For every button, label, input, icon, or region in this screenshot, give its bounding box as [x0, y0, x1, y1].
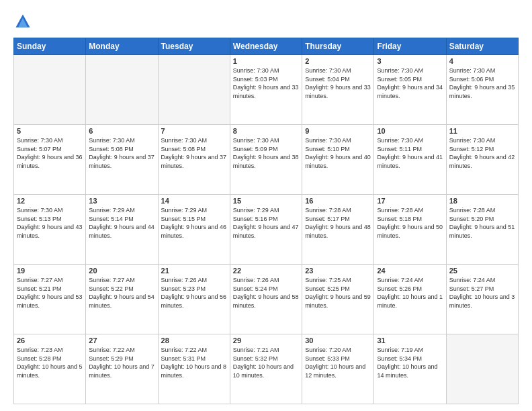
day-info: Sunrise: 7:26 AM Sunset: 5:24 PM Dayligh…	[233, 276, 299, 310]
day-info: Sunrise: 7:30 AM Sunset: 5:07 PM Dayligh…	[17, 136, 83, 170]
day-number: 20	[89, 267, 154, 275]
calendar-cell: 24Sunrise: 7:24 AM Sunset: 5:26 PM Dayli…	[374, 265, 446, 334]
calendar-cell: 11Sunrise: 7:30 AM Sunset: 5:12 PM Dayli…	[446, 125, 518, 195]
day-number: 15	[233, 197, 299, 205]
calendar-cell: 15Sunrise: 7:29 AM Sunset: 5:16 PM Dayli…	[230, 195, 302, 265]
calendar-cell: 3Sunrise: 7:30 AM Sunset: 5:05 PM Daylig…	[374, 55, 446, 125]
day-info: Sunrise: 7:30 AM Sunset: 5:08 PM Dayligh…	[89, 136, 154, 170]
day-info: Sunrise: 7:30 AM Sunset: 5:12 PM Dayligh…	[449, 136, 515, 170]
calendar-cell: 4Sunrise: 7:30 AM Sunset: 5:06 PM Daylig…	[446, 55, 518, 125]
day-number: 10	[377, 127, 443, 135]
day-info: Sunrise: 7:29 AM Sunset: 5:15 PM Dayligh…	[161, 206, 227, 240]
day-info: Sunrise: 7:24 AM Sunset: 5:27 PM Dayligh…	[449, 276, 515, 310]
day-number: 9	[305, 127, 371, 135]
day-number: 12	[17, 197, 83, 205]
day-info: Sunrise: 7:22 AM Sunset: 5:31 PM Dayligh…	[161, 346, 227, 379]
weekday-header: Thursday	[302, 38, 374, 55]
calendar-cell: 31Sunrise: 7:19 AM Sunset: 5:34 PM Dayli…	[374, 334, 446, 404]
day-number: 5	[17, 127, 83, 135]
day-number: 7	[161, 127, 227, 135]
day-info: Sunrise: 7:27 AM Sunset: 5:21 PM Dayligh…	[17, 276, 83, 310]
weekday-header: Friday	[374, 38, 446, 55]
calendar-cell: 21Sunrise: 7:26 AM Sunset: 5:23 PM Dayli…	[158, 265, 230, 334]
logo	[13, 12, 35, 31]
page: SundayMondayTuesdayWednesdayThursdayFrid…	[0, 0, 532, 411]
day-info: Sunrise: 7:23 AM Sunset: 5:28 PM Dayligh…	[17, 346, 83, 379]
calendar-cell: 2Sunrise: 7:30 AM Sunset: 5:04 PM Daylig…	[302, 55, 374, 125]
day-number: 17	[377, 197, 443, 205]
day-number: 4	[449, 57, 515, 65]
calendar-week-row: 19Sunrise: 7:27 AM Sunset: 5:21 PM Dayli…	[14, 265, 519, 334]
calendar-cell: 19Sunrise: 7:27 AM Sunset: 5:21 PM Dayli…	[14, 265, 86, 334]
calendar-table: SundayMondayTuesdayWednesdayThursdayFrid…	[13, 38, 519, 404]
header	[13, 12, 519, 31]
calendar-cell: 7Sunrise: 7:30 AM Sunset: 5:08 PM Daylig…	[158, 125, 230, 195]
day-number: 3	[377, 57, 443, 65]
calendar-week-row: 1Sunrise: 7:30 AM Sunset: 5:03 PM Daylig…	[14, 55, 519, 125]
day-info: Sunrise: 7:21 AM Sunset: 5:32 PM Dayligh…	[233, 346, 299, 379]
day-info: Sunrise: 7:19 AM Sunset: 5:34 PM Dayligh…	[377, 346, 443, 379]
day-number: 6	[89, 127, 154, 135]
calendar-cell: 26Sunrise: 7:23 AM Sunset: 5:28 PM Dayli…	[14, 334, 86, 404]
calendar-cell: 22Sunrise: 7:26 AM Sunset: 5:24 PM Dayli…	[230, 265, 302, 334]
day-number: 22	[233, 267, 299, 275]
day-info: Sunrise: 7:29 AM Sunset: 5:16 PM Dayligh…	[233, 206, 299, 240]
calendar-cell: 30Sunrise: 7:20 AM Sunset: 5:33 PM Dayli…	[302, 334, 374, 404]
day-number: 19	[17, 267, 83, 275]
day-number: 18	[449, 197, 515, 205]
day-info: Sunrise: 7:30 AM Sunset: 5:11 PM Dayligh…	[377, 136, 443, 170]
day-info: Sunrise: 7:30 AM Sunset: 5:09 PM Dayligh…	[233, 136, 299, 170]
day-info: Sunrise: 7:26 AM Sunset: 5:23 PM Dayligh…	[161, 276, 227, 310]
calendar-cell	[86, 55, 158, 125]
calendar-cell: 18Sunrise: 7:28 AM Sunset: 5:20 PM Dayli…	[446, 195, 518, 265]
day-info: Sunrise: 7:30 AM Sunset: 5:04 PM Dayligh…	[305, 66, 371, 100]
calendar-cell: 23Sunrise: 7:25 AM Sunset: 5:25 PM Dayli…	[302, 265, 374, 334]
day-info: Sunrise: 7:27 AM Sunset: 5:22 PM Dayligh…	[89, 276, 154, 310]
day-number: 25	[449, 267, 515, 275]
day-info: Sunrise: 7:30 AM Sunset: 5:13 PM Dayligh…	[17, 206, 83, 240]
day-info: Sunrise: 7:22 AM Sunset: 5:29 PM Dayligh…	[89, 346, 154, 379]
calendar-cell: 20Sunrise: 7:27 AM Sunset: 5:22 PM Dayli…	[86, 265, 158, 334]
day-number: 26	[17, 336, 83, 345]
day-info: Sunrise: 7:28 AM Sunset: 5:18 PM Dayligh…	[377, 206, 443, 240]
day-info: Sunrise: 7:29 AM Sunset: 5:14 PM Dayligh…	[89, 206, 154, 240]
calendar-week-row: 26Sunrise: 7:23 AM Sunset: 5:28 PM Dayli…	[14, 334, 519, 404]
calendar-cell: 13Sunrise: 7:29 AM Sunset: 5:14 PM Dayli…	[86, 195, 158, 265]
day-number: 24	[377, 267, 443, 275]
calendar-cell: 14Sunrise: 7:29 AM Sunset: 5:15 PM Dayli…	[158, 195, 230, 265]
weekday-header: Tuesday	[158, 38, 230, 55]
weekday-header: Monday	[86, 38, 158, 55]
day-info: Sunrise: 7:20 AM Sunset: 5:33 PM Dayligh…	[305, 346, 371, 379]
day-info: Sunrise: 7:30 AM Sunset: 5:05 PM Dayligh…	[377, 66, 443, 100]
calendar-cell: 5Sunrise: 7:30 AM Sunset: 5:07 PM Daylig…	[14, 125, 86, 195]
day-number: 13	[89, 197, 154, 205]
calendar-cell: 25Sunrise: 7:24 AM Sunset: 5:27 PM Dayli…	[446, 265, 518, 334]
calendar-cell: 27Sunrise: 7:22 AM Sunset: 5:29 PM Dayli…	[86, 334, 158, 404]
day-number: 31	[377, 336, 443, 345]
calendar-header-row: SundayMondayTuesdayWednesdayThursdayFrid…	[14, 38, 519, 55]
calendar-cell: 28Sunrise: 7:22 AM Sunset: 5:31 PM Dayli…	[158, 334, 230, 404]
day-info: Sunrise: 7:30 AM Sunset: 5:06 PM Dayligh…	[449, 66, 515, 100]
day-number: 23	[305, 267, 371, 275]
calendar-cell	[158, 55, 230, 125]
calendar-cell	[14, 55, 86, 125]
calendar-cell: 8Sunrise: 7:30 AM Sunset: 5:09 PM Daylig…	[230, 125, 302, 195]
day-info: Sunrise: 7:28 AM Sunset: 5:17 PM Dayligh…	[305, 206, 371, 240]
day-number: 21	[161, 267, 227, 275]
calendar-week-row: 12Sunrise: 7:30 AM Sunset: 5:13 PM Dayli…	[14, 195, 519, 265]
weekday-header: Wednesday	[230, 38, 302, 55]
day-number: 2	[305, 57, 371, 65]
calendar-cell: 12Sunrise: 7:30 AM Sunset: 5:13 PM Dayli…	[14, 195, 86, 265]
calendar-cell: 9Sunrise: 7:30 AM Sunset: 5:10 PM Daylig…	[302, 125, 374, 195]
day-number: 28	[161, 336, 227, 345]
day-number: 30	[305, 336, 371, 345]
day-info: Sunrise: 7:30 AM Sunset: 5:10 PM Dayligh…	[305, 136, 371, 170]
day-info: Sunrise: 7:30 AM Sunset: 5:08 PM Dayligh…	[161, 136, 227, 170]
day-info: Sunrise: 7:25 AM Sunset: 5:25 PM Dayligh…	[305, 276, 371, 310]
day-number: 1	[233, 57, 299, 65]
day-number: 11	[449, 127, 515, 135]
day-info: Sunrise: 7:24 AM Sunset: 5:26 PM Dayligh…	[377, 276, 443, 310]
day-number: 29	[233, 336, 299, 345]
weekday-header: Sunday	[14, 38, 86, 55]
day-number: 8	[233, 127, 299, 135]
